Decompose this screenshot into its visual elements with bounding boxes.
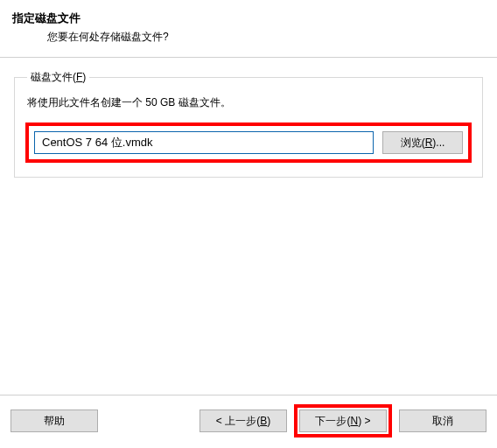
- cancel-button[interactable]: 取消: [399, 410, 486, 432]
- page-subtitle: 您要在何处存储磁盘文件?: [12, 26, 485, 45]
- disk-file-description: 将使用此文件名创建一个 50 GB 磁盘文件。: [27, 95, 472, 110]
- wizard-header: 指定磁盘文件 您要在何处存储磁盘文件?: [0, 0, 497, 48]
- help-button[interactable]: 帮助: [10, 410, 98, 432]
- nav-button-group: < 上一步(B) 下一步(N) > 取消: [200, 404, 486, 438]
- next-button-highlight: 下一步(N) >: [294, 404, 392, 438]
- back-button[interactable]: < 上一步(B): [200, 410, 287, 432]
- disk-file-legend: 磁盘文件(F): [27, 70, 89, 85]
- content-area: 磁盘文件(F) 将使用此文件名创建一个 50 GB 磁盘文件。 浏览(R)...: [0, 58, 497, 190]
- browse-button[interactable]: 浏览(R)...: [382, 131, 463, 154]
- page-title: 指定磁盘文件: [12, 10, 485, 26]
- disk-file-group: 磁盘文件(F) 将使用此文件名创建一个 50 GB 磁盘文件。 浏览(R)...: [14, 70, 483, 178]
- next-button[interactable]: 下一步(N) >: [299, 410, 387, 432]
- wizard-footer: 帮助 < 上一步(B) 下一步(N) > 取消: [0, 395, 497, 448]
- disk-filename-input[interactable]: [34, 131, 374, 154]
- filename-row-highlight: 浏览(R)...: [25, 122, 472, 163]
